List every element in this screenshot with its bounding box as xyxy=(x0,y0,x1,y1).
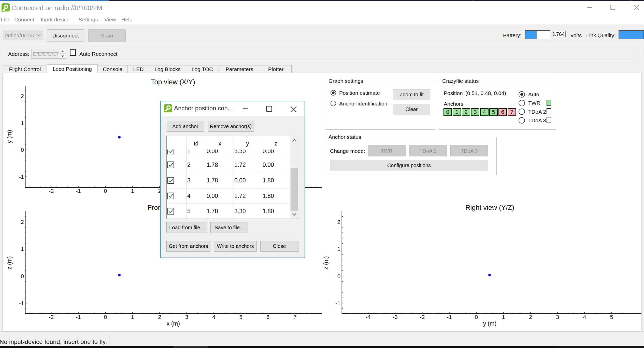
svg-text:4: 4 xyxy=(187,193,191,199)
svg-text:1.80: 1.80 xyxy=(263,193,274,199)
svg-text:z: z xyxy=(274,140,277,147)
svg-text:1.78: 1.78 xyxy=(207,177,218,184)
svg-text:3.30: 3.30 xyxy=(234,208,246,215)
svg-text:0.00: 0.00 xyxy=(263,162,274,168)
svg-text:1.72: 1.72 xyxy=(234,162,246,168)
svg-text:0.00: 0.00 xyxy=(234,177,246,184)
svg-text:3: 3 xyxy=(187,177,191,184)
svg-text:y: y xyxy=(246,140,249,147)
svg-text:1.78: 1.78 xyxy=(207,162,218,168)
svg-text:1.80: 1.80 xyxy=(263,177,274,184)
svg-text:5: 5 xyxy=(187,208,191,215)
svg-text:0.00: 0.00 xyxy=(207,193,218,199)
svg-text:1.80: 1.80 xyxy=(263,208,274,215)
svg-text:x: x xyxy=(218,140,221,147)
svg-text:1.72: 1.72 xyxy=(234,193,246,199)
svg-text:1.78: 1.78 xyxy=(207,208,218,215)
svg-text:id: id xyxy=(194,140,198,147)
svg-text:2: 2 xyxy=(187,162,191,168)
